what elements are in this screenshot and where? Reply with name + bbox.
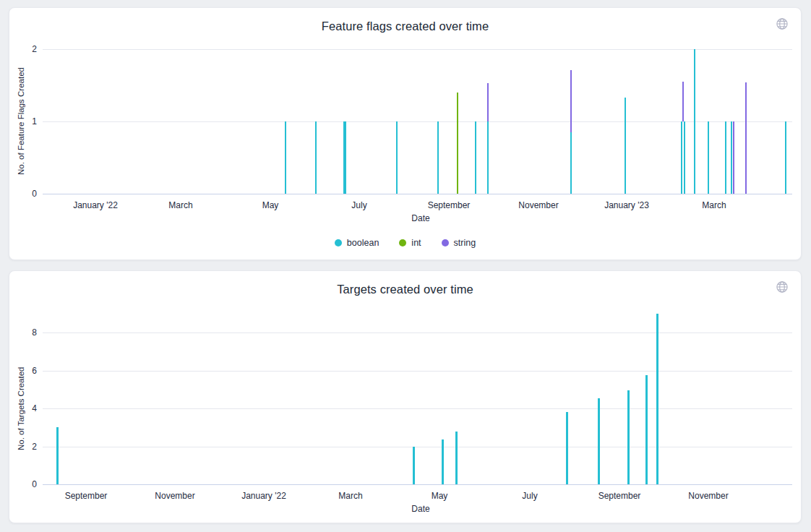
y-tick-label: 6 <box>9 366 37 376</box>
x-tick-label: March <box>338 491 362 501</box>
bar-targets[interactable] <box>455 432 458 485</box>
x-axis-line <box>43 194 792 194</box>
y-tick-label: 0 <box>9 479 37 489</box>
legend-label: string <box>454 239 476 248</box>
bar-boolean[interactable] <box>396 121 398 194</box>
bar-boolean[interactable] <box>681 121 682 194</box>
x-tick-label: November <box>518 200 558 210</box>
x-tick-label: July <box>522 491 537 501</box>
gridline <box>43 408 792 409</box>
bar-targets[interactable] <box>442 439 444 484</box>
analytics-dashboard: Feature flags created over time No. of F… <box>0 0 811 532</box>
feature-flags-plot-area: 012January '22MarchMayJulySeptemberNovem… <box>9 8 801 259</box>
bar-targets[interactable] <box>656 314 658 484</box>
y-tick-label: 0 <box>9 189 37 199</box>
bar-targets[interactable] <box>598 398 600 484</box>
bar-boolean[interactable] <box>475 121 476 194</box>
x-tick-label: September <box>65 491 108 501</box>
gridline <box>43 371 792 372</box>
bar-boolean[interactable] <box>785 121 786 194</box>
x-tick-label: July <box>351 200 366 210</box>
bar-boolean[interactable] <box>487 121 489 194</box>
y-tick-label: 8 <box>9 327 37 338</box>
gridline <box>43 332 792 333</box>
bar-int[interactable] <box>457 93 458 194</box>
x-tick-label: September <box>428 200 471 210</box>
bar-string[interactable] <box>682 82 684 121</box>
chart-legend: booleanintstring <box>9 237 801 249</box>
x-tick-label: May <box>262 200 279 210</box>
legend-item-boolean[interactable]: boolean <box>335 239 379 248</box>
bar-boolean[interactable] <box>343 121 346 194</box>
y-tick-label: 2 <box>9 442 37 452</box>
gridline <box>43 49 792 50</box>
bar-boolean[interactable] <box>437 121 439 194</box>
legend-swatch-boolean <box>335 239 342 246</box>
gridline <box>43 121 792 122</box>
x-axis-line <box>43 484 792 485</box>
x-axis-title: Date <box>411 504 429 514</box>
targets-plot-area: 02468SeptemberNovemberJanuary '22MarchMa… <box>9 271 801 523</box>
legend-label: boolean <box>347 239 379 248</box>
bar-boolean[interactable] <box>570 132 572 194</box>
x-axis-title: Date <box>411 213 429 223</box>
legend-swatch-string <box>442 239 449 246</box>
legend-label: int <box>411 239 421 248</box>
bar-targets[interactable] <box>413 447 415 485</box>
x-tick-label: January '22 <box>73 200 118 210</box>
legend-item-int[interactable]: int <box>399 239 421 248</box>
bar-boolean[interactable] <box>625 98 626 194</box>
bar-targets[interactable] <box>56 427 59 484</box>
bar-boolean[interactable] <box>694 49 695 194</box>
x-tick-label: September <box>598 491 641 501</box>
x-tick-label: March <box>168 200 192 210</box>
bar-boolean[interactable] <box>708 121 709 194</box>
legend-item-string[interactable]: string <box>442 239 476 248</box>
feature-flags-chart-card: Feature flags created over time No. of F… <box>9 7 802 260</box>
bar-targets[interactable] <box>645 375 648 484</box>
bar-boolean[interactable] <box>285 121 286 194</box>
targets-chart-card: Targets created over time No. of Targets… <box>9 270 802 523</box>
bar-string[interactable] <box>570 70 572 132</box>
bar-string[interactable] <box>487 83 489 121</box>
x-tick-label: January '22 <box>241 491 286 501</box>
y-tick-label: 2 <box>9 44 37 54</box>
bar-boolean[interactable] <box>315 121 317 194</box>
y-tick-label: 4 <box>9 403 37 413</box>
bar-targets[interactable] <box>627 390 630 484</box>
bar-string[interactable] <box>745 82 747 194</box>
bar-string[interactable] <box>733 121 734 194</box>
y-tick-label: 1 <box>9 116 37 126</box>
gridline <box>43 447 792 447</box>
x-tick-label: January '23 <box>604 200 649 210</box>
x-tick-label: May <box>432 491 448 501</box>
legend-swatch-int <box>399 239 406 246</box>
bar-targets[interactable] <box>566 412 568 484</box>
x-tick-label: November <box>155 491 194 501</box>
bar-boolean[interactable] <box>684 121 685 194</box>
x-tick-label: November <box>688 491 728 501</box>
bar-boolean[interactable] <box>731 121 732 194</box>
x-tick-label: March <box>702 200 726 210</box>
bar-boolean[interactable] <box>725 121 726 194</box>
